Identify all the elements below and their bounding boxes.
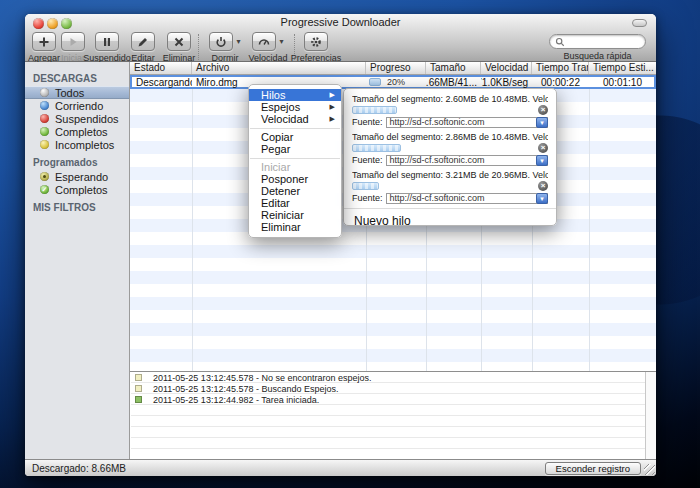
- menu-item-posponer[interactable]: Posponer: [249, 173, 341, 185]
- close-segment-icon[interactable]: ×: [538, 181, 548, 191]
- pause-icon: [101, 36, 113, 48]
- menu-item-copiar[interactable]: Copiar: [249, 131, 341, 143]
- close-segment-icon[interactable]: ×: [538, 143, 548, 153]
- title-bar[interactable]: Progressive Downloader: [25, 14, 656, 30]
- search-input[interactable]: [549, 34, 646, 49]
- column-header-tiempo-estimado[interactable]: Tiempo Esti...: [589, 62, 656, 74]
- log-status-chip: [135, 385, 142, 392]
- menu-item-velocidad[interactable]: Velocidad ▶: [249, 113, 341, 125]
- minimize-window-button[interactable]: [47, 18, 58, 29]
- sidebar-item-incompletos[interactable]: Incompletos: [25, 138, 129, 151]
- source-label: Fuente:: [352, 117, 383, 127]
- close-window-button[interactable]: [33, 18, 44, 29]
- sidebar-item-completos[interactable]: Completos: [25, 125, 129, 138]
- gauge-icon: [258, 36, 270, 48]
- threads-submenu-panel: Tamaño del segmento: 2.60MB de 10.48MB. …: [343, 88, 557, 226]
- menu-item-espejos[interactable]: Espejos ▶: [249, 101, 341, 113]
- cell-velocidad: 471.0KB/seg: [481, 75, 532, 89]
- sleep-button[interactable]: [209, 32, 233, 51]
- status-orb-red-icon: [40, 114, 49, 123]
- log-entry: 2011-05-25 13:12:45.578 - Buscando Espej…: [131, 383, 645, 394]
- sidebar-section-programados: Programados: [25, 154, 129, 170]
- segment-info: Tamaño del segmento: 2.86MB de 10.48MB. …: [352, 132, 548, 142]
- source-label: Fuente:: [352, 193, 383, 203]
- column-header-archivo[interactable]: Archivo: [192, 62, 366, 74]
- thread-segment: Tamaño del segmento: 3.21MB de 20.96MB. …: [352, 170, 548, 204]
- menu-item-editar[interactable]: Editar: [249, 197, 341, 209]
- x-icon: [173, 36, 185, 48]
- table-row[interactable]: Descargando Miro.dmg 20% 8.66MB/41... 47…: [130, 75, 656, 89]
- resize-grip[interactable]: [644, 464, 655, 475]
- source-dropdown-icon[interactable]: ▾: [536, 193, 548, 204]
- column-divider: [192, 89, 193, 371]
- log-entry: 2011-05-25 13:12:44.982 - Tarea iniciada…: [131, 394, 645, 405]
- chevron-down-icon[interactable]: ▾: [279, 38, 283, 46]
- column-header-estado[interactable]: Estado: [130, 62, 192, 74]
- cell-progreso: 20%: [366, 75, 426, 89]
- column-header-velocidad[interactable]: Velocidad: [481, 62, 532, 74]
- column-header-tiempo-transcurrido[interactable]: Tiempo Tran...: [532, 62, 589, 74]
- log-text: 2011-05-25 13:12:44.982 - Tarea iniciada…: [153, 395, 319, 405]
- source-dropdown-icon[interactable]: ▾: [536, 155, 548, 166]
- source-url: http://sd-cf.softonic.com: [387, 117, 536, 127]
- sidebar-item-suspendidos[interactable]: Suspendidos: [25, 112, 129, 125]
- log-status-chip: [135, 374, 142, 381]
- status-orb-gray-icon: [40, 88, 49, 97]
- log-scrollbar[interactable]: [645, 372, 656, 459]
- column-divider: [589, 89, 590, 371]
- log-entry: 2011-05-25 13:12:45.578 - No se encontra…: [131, 372, 645, 383]
- segment-progress-track: [352, 106, 533, 115]
- submenu-arrow-icon: ▶: [330, 101, 335, 113]
- column-header-progreso[interactable]: Progreso: [366, 62, 426, 74]
- log-panel: 2011-05-25 13:12:45.578 - No se encontra…: [131, 372, 645, 459]
- gear-icon: [310, 36, 322, 48]
- source-dropdown-icon[interactable]: ▾: [536, 117, 548, 128]
- menu-item-detener[interactable]: Detener: [249, 185, 341, 197]
- delete-button[interactable]: [167, 32, 191, 51]
- submenu-arrow-icon: ▶: [330, 113, 335, 125]
- sidebar: DESCARGAS Todos Corriendo Suspendidos Co…: [25, 62, 130, 459]
- sidebar-item-completos-programados[interactable]: ✓ Completos: [25, 183, 129, 196]
- downloaded-total: Descargado: 8.66MB: [25, 463, 126, 474]
- source-url-field[interactable]: http://sd-cf.softonic.com ▾: [386, 155, 548, 166]
- menu-item-hilos[interactable]: Hilos ▶: [249, 89, 341, 101]
- menu-separator: [250, 128, 340, 129]
- search-label: Busqueda rápida: [563, 51, 631, 61]
- close-segment-icon[interactable]: ×: [538, 105, 548, 115]
- segment-progress-track: [352, 144, 533, 153]
- speed-button[interactable]: [252, 32, 276, 51]
- thread-segment: Tamaño del segmento: 2.86MB de 10.48MB. …: [352, 132, 548, 166]
- log-status-chip: [135, 396, 142, 403]
- sidebar-item-esperando[interactable]: Esperando: [25, 170, 129, 183]
- pencil-icon: [137, 36, 149, 48]
- column-header-tamano[interactable]: Tamaño: [426, 62, 481, 74]
- table-header: Estado Archivo Progreso Tamaño Velocidad…: [130, 62, 656, 75]
- sidebar-item-corriendo[interactable]: Corriendo: [25, 99, 129, 112]
- context-menu: Hilos ▶ Espejos ▶ Velocidad ▶ Copiar Peg…: [248, 84, 342, 238]
- search-icon: [555, 37, 565, 47]
- status-orb-yellow-icon: [40, 140, 49, 149]
- hide-log-button[interactable]: Esconder registro: [545, 462, 641, 475]
- segment-info: Tamaño del segmento: 2.60MB de 10.48MB. …: [352, 94, 548, 104]
- status-bar: Descargado: 8.66MB Esconder registro: [25, 459, 656, 476]
- menu-item-pegar[interactable]: Pegar: [249, 143, 341, 155]
- source-url-field[interactable]: http://sd-cf.softonic.com ▾: [386, 117, 548, 128]
- preferences-button[interactable]: [304, 32, 328, 51]
- source-url: http://sd-cf.softonic.com: [387, 155, 536, 165]
- segment-info: Tamaño del segmento: 3.21MB de 20.96MB. …: [352, 170, 548, 180]
- segment-progress-fill: [352, 106, 397, 114]
- cell-estado: Descargando: [130, 75, 192, 89]
- segment-progress-fill: [352, 144, 401, 152]
- zoom-window-button[interactable]: [61, 18, 72, 29]
- toolbar-toggle-lozenge[interactable]: [632, 19, 647, 27]
- log-text: 2011-05-25 13:12:45.578 - Buscando Espej…: [153, 384, 338, 394]
- sidebar-item-todos[interactable]: Todos: [25, 86, 129, 99]
- source-url-field[interactable]: http://sd-cf.softonic.com ▾: [386, 193, 548, 204]
- menu-item-reiniciar[interactable]: Reiniciar: [249, 209, 341, 221]
- new-thread-menu-item[interactable]: Nuevo hilo: [352, 209, 548, 226]
- sidebar-section-mis-filtros: MIS FILTROS: [25, 199, 129, 215]
- segment-progress-track: [352, 182, 533, 191]
- menu-item-eliminar[interactable]: Eliminar: [249, 221, 341, 233]
- status-orb-green-icon: [40, 127, 49, 136]
- thread-segment: Tamaño del segmento: 2.60MB de 10.48MB. …: [352, 94, 548, 128]
